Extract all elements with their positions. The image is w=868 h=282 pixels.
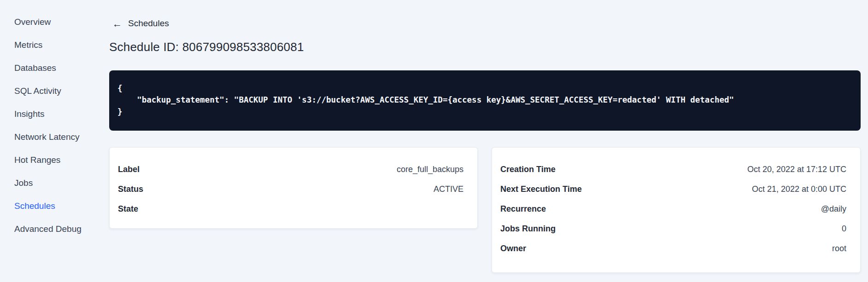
sidebar-item: Databases <box>0 57 109 80</box>
info-row: State <box>118 199 463 219</box>
app-window: Overview Metrics Databases SQL Activity … <box>0 0 868 282</box>
info-row: Label core_full_backups <box>118 160 463 179</box>
back-link[interactable]: ← Schedules <box>112 18 169 29</box>
code-line: } <box>117 107 123 116</box>
schedule-definition-code-block: { "backup_statement": "BACKUP INTO 's3:/… <box>109 70 861 131</box>
sidebar-item-network-latency[interactable]: Network Latency <box>0 126 109 149</box>
info-row-label: Jobs Running <box>500 224 556 234</box>
summary-card-rows: Label core_full_backups Status ACTIVE St… <box>118 160 463 219</box>
info-row: Jobs Running 0 <box>500 219 846 239</box>
sidebar-item: Schedules <box>0 195 109 218</box>
sidebar-item: Advanced Debug <box>0 218 109 241</box>
info-row-value: @daily <box>821 204 846 214</box>
sidebar-nav-list: Overview Metrics Databases SQL Activity … <box>0 0 109 241</box>
info-row-label: Owner <box>500 244 526 253</box>
info-row: Recurrence @daily <box>500 199 846 219</box>
sidebar-item-advanced-debug[interactable]: Advanced Debug <box>0 218 109 241</box>
info-row-value: core_full_backups <box>397 165 463 174</box>
back-arrow-icon: ← <box>112 19 122 29</box>
sidebar: Overview Metrics Databases SQL Activity … <box>0 0 109 282</box>
info-row-value: Oct 20, 2022 at 17:12 UTC <box>747 165 846 174</box>
info-row: Next Execution Time Oct 21, 2022 at 0:00… <box>500 179 846 199</box>
info-row-value: root <box>832 244 846 253</box>
sidebar-item-jobs[interactable]: Jobs <box>0 172 109 195</box>
info-row-label: Next Execution Time <box>500 184 582 194</box>
info-row-value: 0 <box>842 224 846 234</box>
sidebar-item: SQL Activity <box>0 80 109 103</box>
sidebar-item: Jobs <box>0 172 109 195</box>
sidebar-item: Insights <box>0 103 109 126</box>
sidebar-item: Network Latency <box>0 126 109 149</box>
schedule-detail-cards: Label core_full_backups Status ACTIVE St… <box>109 147 861 273</box>
info-row-label: State <box>118 204 138 214</box>
info-row: Owner root <box>500 239 846 259</box>
sidebar-item: Metrics <box>0 34 109 57</box>
sidebar-item-databases[interactable]: Databases <box>0 57 109 80</box>
info-row-label: Creation Time <box>500 165 556 174</box>
main-content: ← Schedules Schedule ID: 806799098533806… <box>109 0 868 282</box>
sidebar-item-schedules[interactable]: Schedules <box>0 195 109 218</box>
info-row-label: Recurrence <box>500 204 546 214</box>
info-row-value: ACTIVE <box>434 184 463 194</box>
info-row-value: Oct 21, 2022 at 0:00 UTC <box>752 184 846 194</box>
sidebar-item-insights[interactable]: Insights <box>0 103 109 126</box>
sidebar-item-sql-activity[interactable]: SQL Activity <box>0 80 109 103</box>
info-row: Creation Time Oct 20, 2022 at 17:12 UTC <box>500 160 846 179</box>
schedule-details-card: Creation Time Oct 20, 2022 at 17:12 UTC … <box>492 147 861 273</box>
code-line: { <box>117 84 123 93</box>
details-card-rows: Creation Time Oct 20, 2022 at 17:12 UTC … <box>500 160 846 259</box>
schedule-definition-json: { "backup_statement": "BACKUP INTO 's3:/… <box>117 83 852 118</box>
sidebar-item-metrics[interactable]: Metrics <box>0 34 109 57</box>
info-row-label: Status <box>118 184 143 194</box>
info-row-label: Label <box>118 165 140 174</box>
page-title: Schedule ID: 806799098533806081 <box>109 40 861 54</box>
back-link-label: Schedules <box>128 18 169 29</box>
sidebar-item-overview[interactable]: Overview <box>0 11 109 34</box>
sidebar-item-hot-ranges[interactable]: Hot Ranges <box>0 149 109 172</box>
sidebar-item: Overview <box>0 11 109 34</box>
sidebar-item: Hot Ranges <box>0 149 109 172</box>
schedule-summary-card: Label core_full_backups Status ACTIVE St… <box>109 147 478 229</box>
info-row: Status ACTIVE <box>118 179 463 199</box>
code-line: "backup_statement": "BACKUP INTO 's3://b… <box>117 95 734 104</box>
